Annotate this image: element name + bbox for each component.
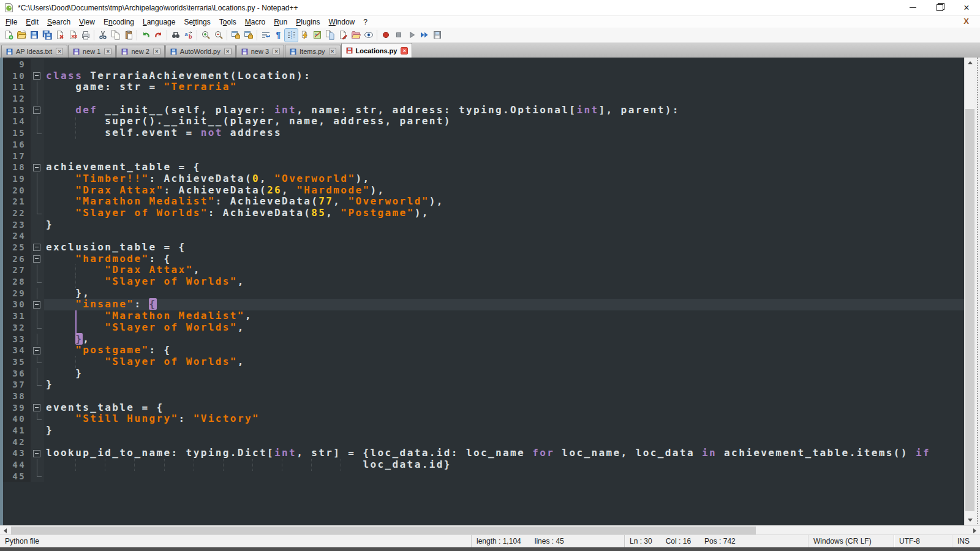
tab-new-3[interactable]: new 3× [236,45,284,58]
tab-close-icon[interactable]: × [56,48,63,55]
code-text[interactable]: } [44,425,964,437]
code-text[interactable]: } [44,379,964,391]
fold-collapse-box[interactable] [31,345,44,356]
macro-record-icon[interactable] [379,29,392,42]
tab-ap-ideas-txt[interactable]: AP Ideas.txt× [1,45,67,58]
code-lines[interactable]: 910class TerrariaAchievement(Location):1… [3,58,964,525]
code-text[interactable] [44,59,964,70]
status-insert-mode[interactable]: INS [952,535,980,547]
copy-icon[interactable] [109,29,122,42]
code-text[interactable]: "Still Hungry": "Victory" [44,413,964,425]
code-text[interactable]: exclusion_table = { [44,242,964,253]
function-list-icon[interactable] [298,29,311,42]
vertical-scroll-thumb[interactable] [965,109,974,511]
menu-item-encoding[interactable]: Encoding [99,17,138,27]
code-text[interactable]: achievement_table = { [44,162,964,173]
window-resize-border[interactable] [974,58,980,525]
status-encoding[interactable]: UTF-8 [894,535,952,547]
print-icon[interactable] [79,29,92,42]
zoom-out-icon[interactable] [212,29,225,42]
code-text[interactable]: }, [44,288,964,299]
menu-item-tools[interactable]: Tools [215,17,241,27]
code-text[interactable]: "Drax Attax": AchieveData(26, "Hardmode"… [44,185,964,197]
code-text[interactable] [44,391,964,402]
menu-item-search[interactable]: Search [43,17,75,27]
tab-items-py[interactable]: Items.py× [285,45,341,58]
code-text[interactable]: "Slayer of Worlds", [44,356,964,368]
code-text[interactable]: "Slayer of Worlds", [44,322,964,334]
redo-icon[interactable] [152,29,165,42]
code-text[interactable] [44,139,964,151]
document-switcher-icon[interactable] [323,29,336,42]
code-text[interactable]: "Marathon Medalist", [44,310,964,322]
vertical-scrollbar[interactable] [964,58,974,525]
code-text[interactable]: "Slayer of Worlds", [44,276,964,288]
code-text[interactable]: "Drax Attax", [44,264,964,276]
horizontal-scrollbar[interactable] [0,525,980,534]
scroll-left-arrow[interactable] [0,526,10,535]
code-text[interactable]: lookup_id_to_name: typing.Dict[int, str]… [44,448,964,459]
code-text[interactable]: "hardmode": { [44,253,964,265]
tab-new-2[interactable]: new 2× [116,45,164,58]
macro-play-icon[interactable] [405,29,418,42]
tab-close-icon[interactable]: × [329,48,336,55]
macro-stop-icon[interactable] [392,29,405,42]
code-text[interactable]: }, [44,334,964,345]
menu-item-edit[interactable]: Edit [21,17,43,27]
define-language-icon[interactable] [336,29,349,42]
tab-close-icon[interactable]: × [401,47,408,54]
monitoring-icon[interactable] [362,29,375,42]
code-text[interactable]: events_table = { [44,402,964,414]
code-text[interactable]: "insane": { [44,299,964,310]
replace-icon[interactable]: ab [182,29,195,42]
code-text[interactable]: "Slayer of Worlds": AchieveData(85, "Pos… [44,208,964,219]
menu-item-window[interactable]: Window [325,17,360,27]
restore-button[interactable] [926,0,953,15]
fold-collapse-box[interactable] [31,448,44,459]
minimize-button[interactable] [899,0,926,15]
code-text[interactable]: loc_data.id} [44,459,964,471]
zoom-in-icon[interactable] [199,29,212,42]
code-text[interactable] [44,93,964,105]
horizontal-scroll-thumb[interactable] [11,527,756,534]
scroll-down-arrow[interactable] [965,515,975,525]
macro-save-icon[interactable] [431,29,443,42]
menu-item-run[interactable]: Run [270,17,292,27]
code-text[interactable]: } [44,219,964,231]
menu-item-macro[interactable]: Macro [241,17,270,27]
paste-icon[interactable] [122,29,135,42]
document-map-icon[interactable] [311,29,323,42]
tab-new-1[interactable]: new 1× [68,45,116,58]
indent-guide-icon[interactable] [285,29,298,42]
code-text[interactable] [44,471,964,482]
menu-item-language[interactable]: Language [138,17,179,27]
code-text[interactable]: def __init__(self, player: int, name: st… [44,105,964,116]
fold-collapse-box[interactable] [31,162,44,173]
code-text[interactable]: "Timber!!": AchieveData(0, "Overworld"), [44,173,964,185]
scroll-up-arrow[interactable] [965,58,975,68]
tab-close-icon[interactable]: × [104,48,111,55]
fold-collapse-box[interactable] [31,402,44,414]
menu-item-[interactable]: ? [359,17,372,27]
show-all-characters-icon[interactable]: ¶ [272,29,285,42]
code-text[interactable]: game: str = "Terraria" [44,81,964,93]
code-text[interactable]: } [44,368,964,380]
close-all-icon[interactable] [66,29,79,42]
code-text[interactable]: class TerrariaAchievement(Location): [44,70,964,82]
fold-collapse-box[interactable] [31,242,44,253]
fold-collapse-box[interactable] [31,299,44,310]
close-button[interactable]: × [953,0,980,15]
sync-vertical-icon[interactable] [229,29,242,42]
new-file-icon[interactable] [2,29,15,42]
tab-close-icon[interactable]: × [273,48,280,55]
save-all-icon[interactable] [40,29,53,42]
open-file-icon[interactable] [15,29,28,42]
sync-horizontal-icon[interactable] [242,29,255,42]
folder-as-workspace-icon[interactable] [349,29,362,42]
tab-close-icon[interactable]: × [224,48,232,55]
code-text[interactable]: self.event = not address [44,127,964,139]
save-file-icon[interactable] [28,29,40,42]
menu-item-view[interactable]: View [75,17,99,27]
editor-area[interactable]: 910class TerrariaAchievement(Location):1… [0,58,980,525]
menu-item-plugins[interactable]: Plugins [292,17,324,27]
